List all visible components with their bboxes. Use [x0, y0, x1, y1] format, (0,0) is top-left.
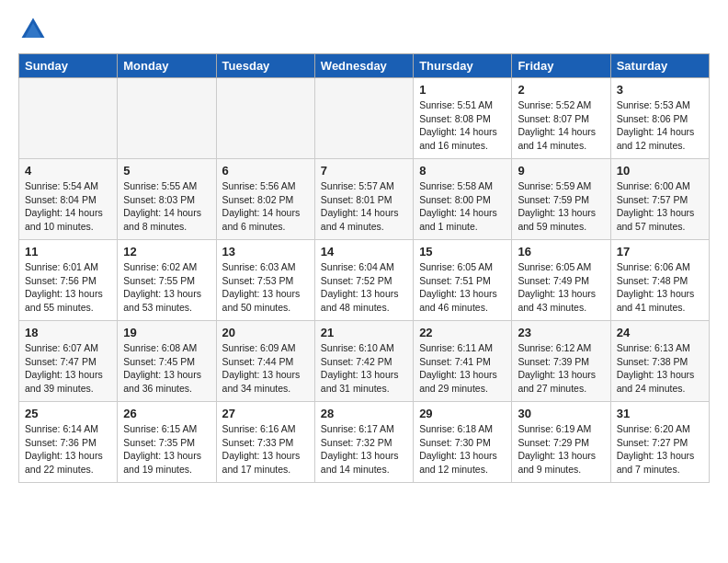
day-number: 26: [123, 407, 210, 420]
day-number: 19: [123, 326, 210, 339]
day-number: 18: [25, 326, 111, 339]
calendar-cell: 13Sunrise: 6:03 AMSunset: 7:53 PMDayligh…: [216, 240, 314, 321]
day-number: 5: [123, 164, 210, 178]
calendar-cell: 7Sunrise: 5:57 AMSunset: 8:01 PMDaylight…: [314, 159, 413, 240]
day-info: Sunrise: 5:51 AMSunset: 8:08 PMDaylight:…: [419, 98, 506, 153]
day-info: Sunrise: 6:01 AMSunset: 7:56 PMDaylight:…: [25, 260, 111, 315]
day-number: 16: [518, 245, 604, 259]
calendar-cell: 12Sunrise: 6:02 AMSunset: 7:55 PMDayligh…: [118, 240, 216, 321]
day-info: Sunrise: 6:07 AMSunset: 7:47 PMDaylight:…: [25, 341, 111, 396]
day-number: 24: [617, 326, 703, 339]
calendar-cell: 5Sunrise: 5:55 AMSunset: 8:03 PMDaylight…: [118, 159, 216, 240]
day-number: 2: [518, 83, 604, 97]
calendar-week-row: 18Sunrise: 6:07 AMSunset: 7:47 PMDayligh…: [19, 321, 710, 402]
calendar-cell: 25Sunrise: 6:14 AMSunset: 7:36 PMDayligh…: [19, 402, 118, 483]
day-number: 27: [222, 407, 309, 420]
calendar-cell: 3Sunrise: 5:53 AMSunset: 8:06 PMDaylight…: [610, 78, 709, 159]
day-number: 25: [25, 407, 111, 420]
logo-icon: [18, 15, 48, 44]
calendar-cell: 18Sunrise: 6:07 AMSunset: 7:47 PMDayligh…: [19, 321, 118, 402]
day-info: Sunrise: 6:12 AMSunset: 7:39 PMDaylight:…: [518, 341, 604, 396]
day-number: 3: [617, 83, 703, 97]
day-number: 31: [617, 407, 703, 420]
day-number: 20: [222, 326, 309, 339]
page-header: [18, 15, 710, 44]
calendar-cell: 30Sunrise: 6:19 AMSunset: 7:29 PMDayligh…: [512, 402, 610, 483]
day-info: Sunrise: 6:02 AMSunset: 7:55 PMDaylight:…: [123, 260, 210, 315]
day-info: Sunrise: 6:05 AMSunset: 7:51 PMDaylight:…: [419, 260, 506, 315]
day-number: 13: [222, 245, 309, 259]
calendar-week-row: 25Sunrise: 6:14 AMSunset: 7:36 PMDayligh…: [19, 402, 710, 483]
weekday-header-wednesday: Wednesday: [314, 54, 413, 78]
day-number: 1: [419, 83, 506, 97]
day-info: Sunrise: 6:14 AMSunset: 7:36 PMDaylight:…: [25, 422, 111, 477]
day-info: Sunrise: 6:19 AMSunset: 7:29 PMDaylight:…: [518, 422, 604, 477]
day-info: Sunrise: 6:00 AMSunset: 7:57 PMDaylight:…: [617, 179, 703, 234]
day-info: Sunrise: 6:06 AMSunset: 7:48 PMDaylight:…: [617, 260, 703, 315]
calendar-cell: 1Sunrise: 5:51 AMSunset: 8:08 PMDaylight…: [414, 78, 512, 159]
weekday-header-tuesday: Tuesday: [216, 54, 314, 78]
day-info: Sunrise: 5:56 AMSunset: 8:02 PMDaylight:…: [222, 179, 309, 234]
day-info: Sunrise: 6:11 AMSunset: 7:41 PMDaylight:…: [419, 341, 506, 396]
day-info: Sunrise: 6:20 AMSunset: 7:27 PMDaylight:…: [617, 422, 703, 477]
calendar-cell: 31Sunrise: 6:20 AMSunset: 7:27 PMDayligh…: [610, 402, 709, 483]
day-number: 11: [25, 245, 111, 259]
calendar-cell: 15Sunrise: 6:05 AMSunset: 7:51 PMDayligh…: [414, 240, 512, 321]
day-info: Sunrise: 6:03 AMSunset: 7:53 PMDaylight:…: [222, 260, 309, 315]
day-number: 15: [419, 245, 506, 259]
calendar-week-row: 11Sunrise: 6:01 AMSunset: 7:56 PMDayligh…: [19, 240, 710, 321]
logo: [18, 15, 51, 44]
day-number: 28: [321, 407, 407, 420]
day-info: Sunrise: 6:13 AMSunset: 7:38 PMDaylight:…: [617, 341, 703, 396]
calendar-cell: 21Sunrise: 6:10 AMSunset: 7:42 PMDayligh…: [314, 321, 413, 402]
day-info: Sunrise: 5:54 AMSunset: 8:04 PMDaylight:…: [25, 179, 111, 234]
day-number: 9: [518, 164, 604, 178]
calendar-cell: 27Sunrise: 6:16 AMSunset: 7:33 PMDayligh…: [216, 402, 314, 483]
calendar-cell: 20Sunrise: 6:09 AMSunset: 7:44 PMDayligh…: [216, 321, 314, 402]
calendar-cell: 9Sunrise: 5:59 AMSunset: 7:59 PMDaylight…: [512, 159, 610, 240]
day-number: 8: [419, 164, 506, 178]
day-number: 10: [617, 164, 703, 178]
calendar-week-row: 4Sunrise: 5:54 AMSunset: 8:04 PMDaylight…: [19, 159, 710, 240]
day-number: 22: [419, 326, 506, 339]
day-info: Sunrise: 6:17 AMSunset: 7:32 PMDaylight:…: [321, 422, 407, 477]
day-info: Sunrise: 5:58 AMSunset: 8:00 PMDaylight:…: [419, 179, 506, 234]
day-info: Sunrise: 5:59 AMSunset: 7:59 PMDaylight:…: [518, 179, 604, 234]
calendar-cell: 26Sunrise: 6:15 AMSunset: 7:35 PMDayligh…: [118, 402, 216, 483]
weekday-header-sunday: Sunday: [19, 54, 118, 78]
weekday-header-row: SundayMondayTuesdayWednesdayThursdayFrid…: [19, 54, 710, 78]
calendar-cell: 8Sunrise: 5:58 AMSunset: 8:00 PMDaylight…: [414, 159, 512, 240]
day-info: Sunrise: 6:04 AMSunset: 7:52 PMDaylight:…: [321, 260, 407, 315]
day-number: 4: [25, 164, 111, 178]
day-info: Sunrise: 6:05 AMSunset: 7:49 PMDaylight:…: [518, 260, 604, 315]
calendar-cell: 17Sunrise: 6:06 AMSunset: 7:48 PMDayligh…: [610, 240, 709, 321]
calendar-cell: 14Sunrise: 6:04 AMSunset: 7:52 PMDayligh…: [314, 240, 413, 321]
calendar-cell: 2Sunrise: 5:52 AMSunset: 8:07 PMDaylight…: [512, 78, 610, 159]
day-info: Sunrise: 5:57 AMSunset: 8:01 PMDaylight:…: [321, 179, 407, 234]
calendar-cell: [118, 78, 216, 159]
calendar-cell: 11Sunrise: 6:01 AMSunset: 7:56 PMDayligh…: [19, 240, 118, 321]
day-info: Sunrise: 5:52 AMSunset: 8:07 PMDaylight:…: [518, 98, 604, 153]
day-number: 7: [321, 164, 407, 178]
calendar-cell: 24Sunrise: 6:13 AMSunset: 7:38 PMDayligh…: [610, 321, 709, 402]
calendar-cell: 6Sunrise: 5:56 AMSunset: 8:02 PMDaylight…: [216, 159, 314, 240]
calendar-cell: [19, 78, 118, 159]
calendar-cell: 22Sunrise: 6:11 AMSunset: 7:41 PMDayligh…: [414, 321, 512, 402]
day-info: Sunrise: 6:15 AMSunset: 7:35 PMDaylight:…: [123, 422, 210, 477]
weekday-header-friday: Friday: [512, 54, 610, 78]
calendar-cell: 19Sunrise: 6:08 AMSunset: 7:45 PMDayligh…: [118, 321, 216, 402]
calendar-cell: 28Sunrise: 6:17 AMSunset: 7:32 PMDayligh…: [314, 402, 413, 483]
day-info: Sunrise: 6:10 AMSunset: 7:42 PMDaylight:…: [321, 341, 407, 396]
day-number: 12: [123, 245, 210, 259]
calendar-table: SundayMondayTuesdayWednesdayThursdayFrid…: [18, 53, 710, 483]
day-info: Sunrise: 5:55 AMSunset: 8:03 PMDaylight:…: [123, 179, 210, 234]
calendar-cell: 16Sunrise: 6:05 AMSunset: 7:49 PMDayligh…: [512, 240, 610, 321]
calendar-week-row: 1Sunrise: 5:51 AMSunset: 8:08 PMDaylight…: [19, 78, 710, 159]
weekday-header-saturday: Saturday: [610, 54, 709, 78]
calendar-cell: [216, 78, 314, 159]
day-info: Sunrise: 6:09 AMSunset: 7:44 PMDaylight:…: [222, 341, 309, 396]
day-info: Sunrise: 6:08 AMSunset: 7:45 PMDaylight:…: [123, 341, 210, 396]
day-info: Sunrise: 5:53 AMSunset: 8:06 PMDaylight:…: [617, 98, 703, 153]
day-number: 14: [321, 245, 407, 259]
day-info: Sunrise: 6:16 AMSunset: 7:33 PMDaylight:…: [222, 422, 309, 477]
